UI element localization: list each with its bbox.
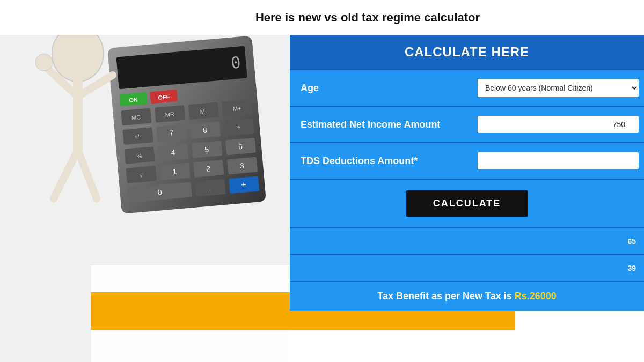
svg-text:ON: ON	[129, 96, 138, 103]
tds-input[interactable]	[478, 152, 639, 169]
svg-text:4: 4	[171, 148, 175, 157]
svg-point-52	[35, 54, 53, 71]
result-row-2: 39	[290, 254, 644, 281]
svg-text:MC: MC	[131, 114, 141, 121]
svg-text:M+: M+	[232, 105, 241, 112]
svg-text:6: 6	[238, 142, 243, 151]
age-label: Age	[290, 75, 472, 102]
top-heading-text: Here is new vs old tax regime calculator	[255, 11, 480, 25]
svg-text:%: %	[136, 152, 142, 159]
calculate-row: CALCULATE	[290, 179, 644, 227]
svg-text:0: 0	[157, 188, 162, 197]
svg-text:1: 1	[172, 167, 177, 176]
result-num-2: 39	[627, 264, 636, 272]
svg-text:÷: ÷	[237, 123, 241, 132]
tds-label: TDS Deductions Amount*	[290, 147, 472, 175]
result-row-1: 65	[290, 227, 644, 254]
age-select[interactable]: Below 60 years (Normal Citizen) 60-80 ye…	[478, 79, 639, 97]
income-input[interactable]	[478, 116, 639, 133]
age-row: Age Below 60 years (Normal Citizen) 60-8…	[290, 69, 644, 106]
top-heading-container: Here is new vs old tax regime calculator	[91, 0, 644, 35]
result-value-1: 65	[472, 232, 644, 251]
svg-text:+/-: +/-	[134, 133, 141, 140]
svg-text:2: 2	[206, 164, 211, 173]
svg-text:M-: M-	[200, 108, 207, 115]
benefit-amount: Rs.26000	[515, 291, 557, 302]
svg-text:MR: MR	[165, 111, 174, 118]
svg-text:OFF: OFF	[158, 93, 170, 101]
benefit-row: Tax Benefit as per New Tax is Rs.26000	[290, 281, 644, 311]
result-label-1	[290, 236, 472, 247]
svg-text:0: 0	[230, 53, 241, 72]
svg-text:5: 5	[204, 145, 209, 154]
benefit-label: Tax Benefit as per New Tax is	[377, 291, 511, 302]
calculate-button[interactable]: CALCULATE	[406, 190, 528, 217]
svg-text:3: 3	[239, 161, 244, 171]
svg-line-50	[54, 150, 78, 198]
illustration-svg: 0 ON OFF MC MR M- M+ +/- 7 8 ÷	[0, 0, 290, 241]
result-num-1: 65	[627, 237, 636, 246]
svg-text:+: +	[241, 180, 247, 189]
calculator-panel: CALCULATE HERE Age Below 60 years (Norma…	[290, 35, 644, 311]
age-control-area: Below 60 years (Normal Citizen) 60-80 ye…	[472, 72, 644, 104]
tds-control-area	[472, 146, 644, 176]
calculator-header-text: CALCULATE HERE	[405, 45, 529, 59]
calculator-header: CALCULATE HERE	[290, 35, 644, 69]
result-label-2	[290, 263, 472, 274]
svg-text:8: 8	[202, 125, 207, 135]
income-control-area	[472, 109, 644, 139]
tds-row: TDS Deductions Amount*	[290, 142, 644, 179]
result-value-2: 39	[472, 258, 644, 278]
income-row: Estimated Net Income Amount	[290, 106, 644, 142]
income-label: Estimated Net Income Amount	[290, 111, 472, 138]
svg-text:7: 7	[169, 129, 174, 138]
svg-line-51	[78, 150, 97, 198]
